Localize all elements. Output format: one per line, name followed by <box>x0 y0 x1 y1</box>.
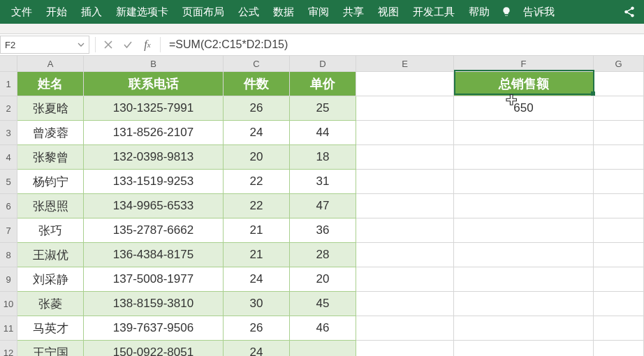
col-head-E[interactable]: E <box>356 56 454 72</box>
cell-C11[interactable]: 26 <box>224 316 290 341</box>
cell-D6[interactable]: 47 <box>290 194 356 218</box>
cell-D2[interactable]: 25 <box>290 96 356 121</box>
cell-D11[interactable]: 46 <box>290 316 356 341</box>
cell-C7[interactable]: 21 <box>224 218 290 243</box>
cell-D10[interactable]: 45 <box>290 292 356 316</box>
cell-B10[interactable]: 138-8159-3810 <box>84 292 224 316</box>
cell-F11[interactable] <box>454 316 594 341</box>
cell-F3[interactable] <box>454 121 594 145</box>
cell-C2[interactable]: 26 <box>224 96 290 121</box>
ribbon-tab-share[interactable]: 共享 <box>336 0 371 24</box>
cell-E7[interactable] <box>356 218 454 243</box>
row-head-12[interactable]: 12 <box>0 341 17 356</box>
cell-A5[interactable]: 杨钧宁 <box>17 170 84 194</box>
cell-A12[interactable]: 王宁国 <box>17 341 84 356</box>
cell-A2[interactable]: 张夏晗 <box>17 96 84 121</box>
cell-C6[interactable]: 22 <box>224 194 290 218</box>
row-head-4[interactable]: 4 <box>0 145 17 170</box>
cell-D12[interactable] <box>290 341 356 356</box>
cell-C9[interactable]: 24 <box>224 267 290 292</box>
row-head-8[interactable]: 8 <box>0 243 17 267</box>
row-head-10[interactable]: 10 <box>0 292 17 316</box>
ribbon-tab-developer[interactable]: 开发工具 <box>406 0 462 24</box>
ribbon-tab-custom[interactable]: 新建选项卡 <box>109 0 175 24</box>
share-icon[interactable] <box>619 6 640 18</box>
row-head-9[interactable]: 9 <box>0 267 17 292</box>
cell-A9[interactable]: 刘采静 <box>17 267 84 292</box>
cell-B3[interactable]: 131-8526-2107 <box>84 121 224 145</box>
cell-E5[interactable] <box>356 170 454 194</box>
ribbon-tab-insert[interactable]: 插入 <box>74 0 109 24</box>
cell-C3[interactable]: 24 <box>224 121 290 145</box>
cell-G3[interactable] <box>594 121 644 145</box>
cell-D9[interactable]: 20 <box>290 267 356 292</box>
cell-A4[interactable]: 张黎曾 <box>17 145 84 170</box>
cell-E12[interactable] <box>356 341 454 356</box>
cell-G11[interactable] <box>594 316 644 341</box>
cell-E10[interactable] <box>356 292 454 316</box>
cell-F5[interactable] <box>454 170 594 194</box>
col-head-D[interactable]: D <box>290 56 356 72</box>
confirm-icon[interactable] <box>118 35 138 54</box>
fx-icon[interactable]: fx <box>138 35 157 54</box>
ribbon-tab-review[interactable]: 审阅 <box>301 0 336 24</box>
ribbon-tab-view[interactable]: 视图 <box>371 0 406 24</box>
cell-A7[interactable]: 张巧 <box>17 218 84 243</box>
tell-me[interactable]: 告诉我 <box>516 0 562 24</box>
col-head-F[interactable]: F <box>454 56 594 72</box>
cancel-icon[interactable] <box>98 35 118 54</box>
cell-F9[interactable] <box>454 267 594 292</box>
cell-B6[interactable]: 134-9965-6533 <box>84 194 224 218</box>
cell-D4[interactable]: 18 <box>290 145 356 170</box>
ribbon-tab-formulas[interactable]: 公式 <box>231 0 266 24</box>
row-head-6[interactable]: 6 <box>0 194 17 218</box>
cell-E8[interactable] <box>356 243 454 267</box>
col-head-A[interactable]: A <box>17 56 84 72</box>
cell-G9[interactable] <box>594 267 644 292</box>
ribbon-tab-help[interactable]: 帮助 <box>462 0 497 24</box>
cell-C4[interactable]: 20 <box>224 145 290 170</box>
name-box[interactable]: F2 <box>0 36 89 54</box>
cell-B2[interactable]: 130-1325-7991 <box>84 96 224 121</box>
ribbon-tab-page-layout[interactable]: 页面布局 <box>175 0 231 24</box>
cell-G1[interactable] <box>594 72 644 96</box>
cell-F4[interactable] <box>454 145 594 170</box>
cell-A10[interactable]: 张菱 <box>17 292 84 316</box>
cell-D8[interactable]: 28 <box>290 243 356 267</box>
cell-E11[interactable] <box>356 316 454 341</box>
cell-E1[interactable] <box>356 72 454 96</box>
row-head-7[interactable]: 7 <box>0 218 17 243</box>
cell-F2[interactable]: 650 <box>454 96 594 121</box>
formula-input[interactable]: =SUM(C2:C15*D2:D15) <box>163 38 644 51</box>
ribbon-tab-data[interactable]: 数据 <box>266 0 301 24</box>
cell-G10[interactable] <box>594 292 644 316</box>
cell-B4[interactable]: 132-0398-9813 <box>84 145 224 170</box>
cell-C10[interactable]: 30 <box>224 292 290 316</box>
cell-A6[interactable]: 张恩照 <box>17 194 84 218</box>
cell-F7[interactable] <box>454 218 594 243</box>
cell-F8[interactable] <box>454 243 594 267</box>
chevron-down-icon[interactable] <box>78 41 85 48</box>
row-head-3[interactable]: 3 <box>0 121 17 145</box>
cell-B11[interactable]: 139-7637-9506 <box>84 316 224 341</box>
cell-B8[interactable]: 136-4384-8175 <box>84 243 224 267</box>
cell-B12[interactable]: 150-0922-8051 <box>84 341 224 356</box>
cell-G8[interactable] <box>594 243 644 267</box>
cell-F6[interactable] <box>454 194 594 218</box>
row-head-11[interactable]: 11 <box>0 316 17 341</box>
row-head-1[interactable]: 1 <box>0 72 17 96</box>
cell-D7[interactable]: 36 <box>290 218 356 243</box>
row-head-2[interactable]: 2 <box>0 96 17 121</box>
col-head-C[interactable]: C <box>224 56 290 72</box>
cell-B9[interactable]: 137-5008-1977 <box>84 267 224 292</box>
cell-C8[interactable]: 21 <box>224 243 290 267</box>
cell-G12[interactable] <box>594 341 644 356</box>
cell-G6[interactable] <box>594 194 644 218</box>
ribbon-tab-home[interactable]: 开始 <box>39 0 74 24</box>
select-all-corner[interactable] <box>0 56 17 72</box>
cell-A11[interactable]: 马英才 <box>17 316 84 341</box>
cell-E4[interactable] <box>356 145 454 170</box>
cell-B5[interactable]: 133-1519-9253 <box>84 170 224 194</box>
cell-G4[interactable] <box>594 145 644 170</box>
cell-B7[interactable]: 135-2787-6662 <box>84 218 224 243</box>
